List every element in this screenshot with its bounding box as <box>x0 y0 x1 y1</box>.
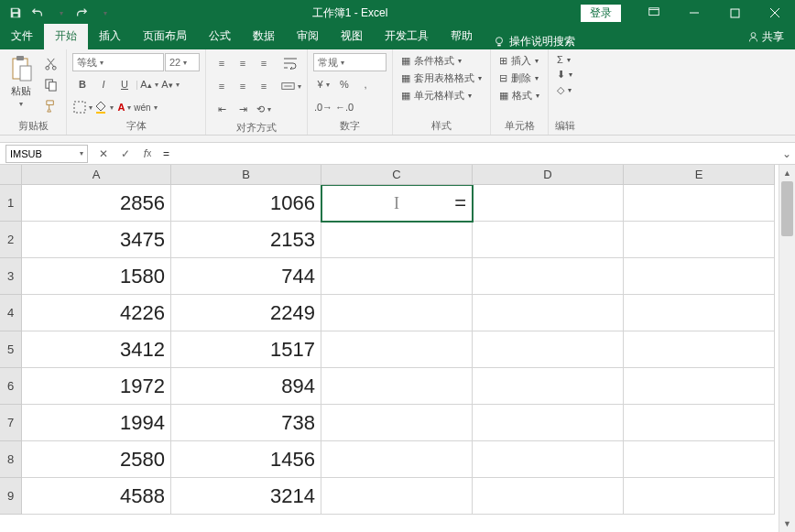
cell[interactable] <box>321 368 473 405</box>
cell[interactable] <box>473 222 624 258</box>
align-left-icon[interactable]: ≡ <box>212 76 232 96</box>
cell[interactable] <box>624 222 775 258</box>
cell[interactable]: 2856 <box>22 185 171 222</box>
delete-cells-button[interactable]: ⊟删除▾ <box>496 71 542 86</box>
login-button[interactable]: 登录 <box>581 5 621 22</box>
undo-dropdown[interactable] <box>49 3 70 23</box>
font-size-select[interactable]: 22 <box>165 53 200 71</box>
name-box[interactable]: IMSUB▾ <box>5 145 88 163</box>
number-format-select[interactable]: 常规 <box>313 53 387 71</box>
cell[interactable] <box>473 368 624 405</box>
cell[interactable]: 2249 <box>171 295 321 331</box>
cell[interactable]: 3214 <box>171 478 321 515</box>
scroll-up-icon[interactable]: ▲ <box>779 165 795 181</box>
font-name-select[interactable]: 等线 <box>72 53 164 71</box>
paste-button[interactable]: 粘贴 ▾ <box>5 53 37 110</box>
cell[interactable]: 894 <box>171 368 321 405</box>
ribbon-options-icon[interactable] <box>634 0 674 26</box>
currency-icon[interactable]: ¥ <box>313 74 333 94</box>
cell[interactable]: 4226 <box>22 295 171 331</box>
cell[interactable]: 744 <box>171 258 321 295</box>
cell[interactable] <box>473 478 624 515</box>
decrease-indent-icon[interactable]: ⇤ <box>212 99 232 119</box>
cell[interactable] <box>473 258 624 295</box>
tab-insert[interactable]: 插入 <box>88 24 132 49</box>
save-icon[interactable] <box>5 3 26 23</box>
tab-page-layout[interactable]: 页面布局 <box>132 24 198 49</box>
row-header-8[interactable]: 8 <box>0 441 22 478</box>
cell[interactable] <box>473 441 624 478</box>
enter-formula-icon[interactable]: ✓ <box>115 145 136 163</box>
cell[interactable]: 2580 <box>22 441 171 478</box>
undo-icon[interactable] <box>27 3 48 23</box>
copy-icon[interactable] <box>40 74 60 94</box>
cell[interactable] <box>321 405 473 441</box>
fx-icon[interactable]: fx <box>137 145 158 163</box>
cell[interactable] <box>624 405 775 441</box>
autosum-button[interactable]: Σ▾ <box>554 53 575 66</box>
cell[interactable] <box>624 368 775 405</box>
qat-customize-dropdown[interactable] <box>93 3 114 23</box>
cancel-formula-icon[interactable]: ✕ <box>93 145 114 163</box>
insert-cells-button[interactable]: ⊞插入▾ <box>496 53 542 69</box>
row-header-1[interactable]: 1 <box>0 185 22 222</box>
cell[interactable] <box>321 478 473 515</box>
tab-home[interactable]: 开始 <box>44 24 88 49</box>
font-color-button[interactable]: A <box>114 97 135 117</box>
col-header-D[interactable]: D <box>473 165 624 185</box>
tab-data[interactable]: 数据 <box>242 24 286 49</box>
minimize-button[interactable] <box>674 0 714 26</box>
col-header-E[interactable]: E <box>624 165 775 185</box>
cell[interactable]: 1580 <box>22 258 171 295</box>
row-header-9[interactable]: 9 <box>0 478 22 515</box>
select-all-corner[interactable] <box>0 165 22 185</box>
format-painter-icon[interactable] <box>40 95 60 115</box>
italic-button[interactable]: I <box>93 74 114 94</box>
tab-developer[interactable]: 开发工具 <box>374 24 440 49</box>
wrap-text-icon[interactable] <box>281 53 301 73</box>
col-header-B[interactable]: B <box>171 165 321 185</box>
phonetic-button[interactable]: wén <box>136 97 156 117</box>
cell[interactable] <box>624 331 775 368</box>
scroll-down-icon[interactable]: ▼ <box>779 516 795 532</box>
comma-icon[interactable]: , <box>355 74 376 94</box>
cell[interactable] <box>624 295 775 331</box>
format-as-table-button[interactable]: ▦套用表格格式▾ <box>398 71 485 86</box>
formula-input[interactable]: = <box>158 147 779 160</box>
align-right-icon[interactable]: ≡ <box>254 76 274 96</box>
tab-review[interactable]: 审阅 <box>286 24 330 49</box>
increase-decimal-icon[interactable]: .0→ <box>313 97 333 117</box>
cells-area[interactable]: 28561066I=347521531580744422622493412151… <box>22 185 779 532</box>
fill-color-button[interactable] <box>93 97 114 117</box>
decrease-font-icon[interactable]: A▾ <box>160 74 180 94</box>
cell[interactable]: 1972 <box>22 368 171 405</box>
tell-me-search[interactable]: 操作说明搜索 <box>484 34 584 49</box>
fill-button[interactable]: ⬇▾ <box>554 68 575 81</box>
cell[interactable]: 3475 <box>22 222 171 258</box>
align-bottom-icon[interactable]: ≡ <box>254 53 274 73</box>
col-header-C[interactable]: C <box>321 165 473 185</box>
share-button[interactable]: 共享 <box>736 25 795 49</box>
cell[interactable]: 1456 <box>171 441 321 478</box>
cell[interactable]: 3412 <box>22 331 171 368</box>
row-header-6[interactable]: 6 <box>0 368 22 405</box>
cell-styles-button[interactable]: ▦单元格样式▾ <box>398 88 485 103</box>
border-button[interactable] <box>72 97 93 117</box>
clear-button[interactable]: ◇▾ <box>554 83 575 97</box>
col-header-A[interactable]: A <box>22 165 171 185</box>
cell[interactable] <box>321 258 473 295</box>
redo-icon[interactable] <box>71 3 92 23</box>
align-center-icon[interactable]: ≡ <box>233 76 253 96</box>
align-middle-icon[interactable]: ≡ <box>233 53 253 73</box>
align-top-icon[interactable]: ≡ <box>212 53 232 73</box>
increase-indent-icon[interactable]: ⇥ <box>233 99 253 119</box>
scroll-thumb[interactable] <box>781 181 793 236</box>
cell[interactable] <box>321 222 473 258</box>
tab-formulas[interactable]: 公式 <box>198 24 242 49</box>
row-header-7[interactable]: 7 <box>0 405 22 441</box>
cell[interactable]: 1517 <box>171 331 321 368</box>
underline-button[interactable]: U <box>114 74 135 94</box>
cell[interactable] <box>321 295 473 331</box>
cell[interactable] <box>473 185 624 222</box>
close-button[interactable] <box>755 0 795 26</box>
